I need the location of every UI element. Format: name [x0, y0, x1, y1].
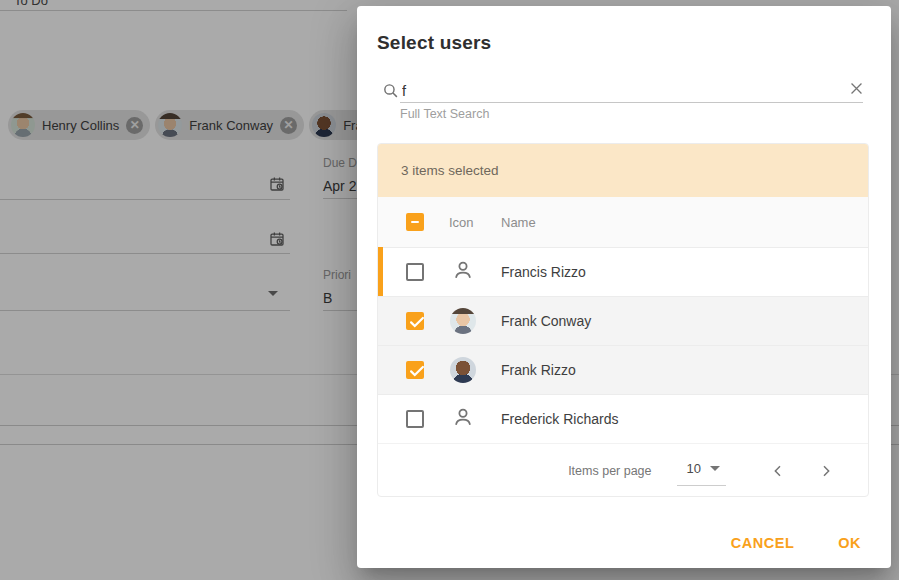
items-per-page-label: Items per page [568, 464, 651, 478]
selection-banner: 3 items selected [378, 144, 868, 197]
user-avatar [450, 308, 476, 334]
previous-page-button[interactable] [766, 459, 790, 483]
row-name: Frank Rizzo [501, 362, 576, 378]
person-placeholder-icon [451, 258, 475, 286]
user-avatar [450, 357, 476, 383]
table-row[interactable]: Frank Conway [378, 296, 868, 345]
search-input[interactable] [402, 80, 842, 102]
person-placeholder-icon [451, 405, 475, 433]
clear-search-icon[interactable] [848, 80, 868, 100]
row-checkbox[interactable] [406, 361, 424, 379]
dialog-title: Select users [377, 32, 491, 54]
table-row[interactable]: Francis Rizzo [378, 247, 868, 296]
table-header-row: Icon Name [378, 197, 868, 247]
search-icon [382, 82, 399, 103]
chevron-down-icon [710, 466, 720, 471]
screen: To Do Henry Collins ✕ Frank Conway ✕ Fra… [0, 0, 899, 580]
paginator: Items per page 10 [378, 443, 868, 497]
select-all-checkbox[interactable] [406, 213, 424, 231]
table-body: Francis Rizzo Frank Conway [378, 247, 868, 443]
table-row[interactable]: Frederick Richards [378, 394, 868, 443]
select-users-dialog: Select users Full Text Search 3 items se… [357, 6, 891, 568]
cancel-button[interactable]: CANCEL [731, 535, 794, 551]
name-column-header: Name [501, 215, 536, 230]
dialog-actions: CANCEL OK [731, 535, 861, 551]
row-checkbox[interactable] [406, 263, 424, 281]
row-checkbox[interactable] [406, 410, 424, 428]
row-name: Frederick Richards [501, 411, 618, 427]
page-size-value: 10 [687, 461, 701, 476]
row-name: Frank Conway [501, 313, 591, 329]
page-size-select[interactable]: 10 [677, 455, 726, 486]
table-row[interactable]: Frank Rizzo [378, 345, 868, 394]
row-checkbox[interactable] [406, 312, 424, 330]
ok-button[interactable]: OK [838, 535, 861, 551]
next-page-button[interactable] [814, 459, 838, 483]
results-card: 3 items selected Icon Name Fra [377, 143, 869, 497]
search-underline [400, 102, 863, 103]
icon-column-header: Icon [449, 215, 476, 230]
search-hint: Full Text Search [400, 107, 489, 121]
row-name: Francis Rizzo [501, 264, 586, 280]
